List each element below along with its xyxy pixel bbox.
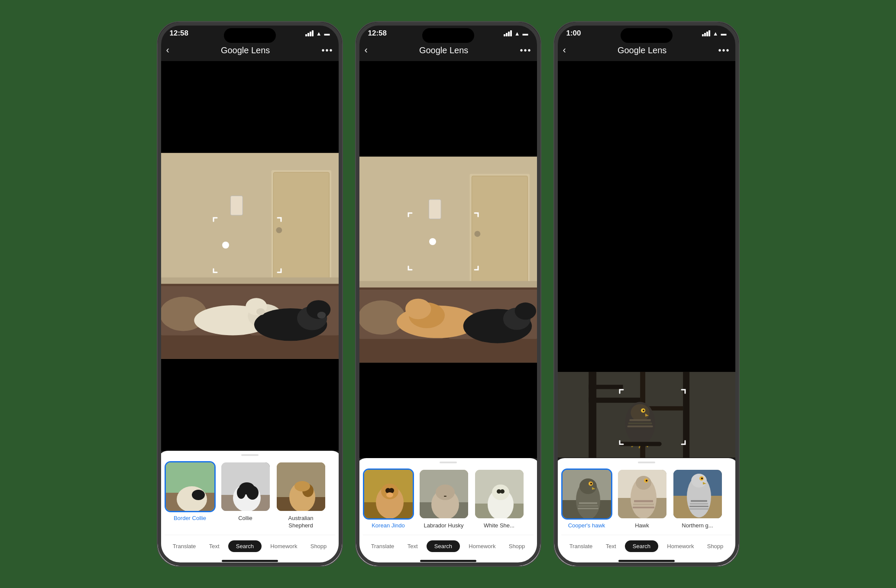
tab-search-1[interactable]: Search [228,540,262,552]
photo-container-3 [554,61,739,458]
signal-icon-1 [305,30,314,36]
svg-point-20 [256,308,265,315]
result-card-1-2[interactable]: White She... [474,468,525,530]
result-label-0-2: AustralianShepherd [275,515,327,530]
back-button-1[interactable]: ‹ [166,45,169,56]
nav-bar-2: ‹ Google Lens ••• [356,41,540,61]
result-card-2-1[interactable]: Hawk [617,468,668,530]
tab-homework-label-3: Homework [667,543,694,549]
tab-translate-1[interactable]: Translate [168,541,201,551]
result-img-wrap-0-1 [220,461,271,512]
photo-area-1 [158,61,342,451]
tab-shopping-label-3: Shopp [707,543,724,549]
home-bar-2 [420,560,476,562]
tab-shopping-2[interactable]: Shopp [505,541,530,551]
result-card-2-2[interactable]: Northern g... [672,468,723,530]
tab-translate-label-2: Translate [371,543,395,549]
svg-point-68 [436,485,455,500]
svg-point-104 [590,483,592,485]
tab-shopping-1[interactable]: Shopp [306,541,331,551]
wifi-icon-2: ▲ [514,30,520,37]
svg-rect-80 [589,385,623,389]
result-card-0-0[interactable]: Border Collie [165,461,216,530]
svg-point-56 [514,303,536,320]
svg-point-112 [636,476,651,490]
svg-rect-110 [633,504,654,505]
result-label-2-1: Hawk [617,522,668,530]
status-icons-2: ▲ ▬ [504,30,528,37]
app-title-1: Google Lens [221,45,270,55]
svg-point-64 [386,492,393,498]
results-row-2: Korean Jindo [363,468,534,535]
tab-translate-3[interactable]: Translate [565,541,597,551]
time-1: 12:58 [170,29,188,38]
results-row-3: Cooper's hawk [561,468,732,535]
wifi-icon-1: ▲ [316,30,322,37]
svg-rect-118 [691,500,707,502]
result-card-1-0[interactable]: Korean Jindo [363,468,414,530]
tab-homework-label-2: Homework [469,543,495,549]
tab-search-label-2: Search [434,543,452,549]
tab-search-2[interactable]: Search [427,540,460,552]
svg-point-75 [500,489,505,494]
tab-shopping-3[interactable]: Shopp [703,541,728,551]
selection-overlay-2 [408,212,479,271]
tab-search-label-1: Search [236,543,254,549]
svg-rect-99 [579,502,597,504]
home-bar-1 [222,560,278,562]
tab-text-3[interactable]: Text [602,541,621,551]
tab-text-label-2: Text [408,543,418,549]
tab-homework-1[interactable]: Homework [266,541,301,551]
phone-1: 12:58 ▲ ▬ ‹ Google Lens ••• [157,21,343,567]
svg-point-25 [192,490,205,500]
tab-text-1[interactable]: Text [205,541,224,551]
more-button-1[interactable]: ••• [321,45,333,55]
result-img-wrap-2-0 [561,468,612,520]
wifi-icon-3: ▲ [713,30,718,37]
phone-2: 12:58 ▲ ▬ ‹ Google Lens ••• [355,21,541,567]
result-label-1-0: Korean Jindo [363,522,414,530]
result-img-lab-husky [420,470,468,518]
result-card-2-0[interactable]: Cooper's hawk [561,468,612,530]
tab-translate-2[interactable]: Translate [367,541,399,551]
result-label-2-2: Northern g... [672,522,723,530]
svg-point-122 [691,474,707,488]
svg-rect-111 [633,507,654,508]
dynamic-island-3 [621,28,673,43]
tab-homework-3[interactable]: Homework [663,541,698,551]
result-img-wrap-1-1 [418,468,469,520]
svg-rect-121 [689,508,709,510]
bottom-panel-3: Cooper's hawk [554,458,739,566]
dynamic-island-2 [422,28,474,43]
result-card-0-2[interactable]: AustralianShepherd [275,461,327,530]
tab-search-label-3: Search [633,543,650,549]
tab-homework-2[interactable]: Homework [464,541,500,551]
result-card-1-1[interactable]: Labrador Husky [418,468,469,530]
result-img-northern-g [673,470,722,518]
phone-3: 1:00 ▲ ▬ ‹ Google Lens ••• [553,21,740,567]
result-card-0-1[interactable]: Collie [220,461,271,530]
svg-point-102 [579,478,597,494]
result-label-2-0: Cooper's hawk [561,522,612,530]
app-title-2: Google Lens [419,45,468,55]
app-title-3: Google Lens [618,45,666,55]
result-img-korean-jindo [364,470,413,518]
tab-shopping-label-1: Shopp [311,543,327,549]
drag-handle-1 [241,454,259,456]
back-button-3[interactable]: ‹ [563,45,566,56]
svg-point-21 [222,242,229,249]
more-button-3[interactable]: ••• [718,45,730,55]
tab-text-2[interactable]: Text [403,541,422,551]
svg-point-124 [701,478,703,479]
nav-bar-3: ‹ Google Lens ••• [554,41,739,61]
tab-search-3[interactable]: Search [625,540,658,552]
battery-icon-2: ▬ [523,30,528,37]
status-icons-1: ▲ ▬ [305,30,330,37]
result-img-white-shep [475,470,524,518]
back-button-2[interactable]: ‹ [365,45,368,56]
more-button-2[interactable]: ••• [520,45,531,55]
result-label-1-1: Labrador Husky [418,522,469,530]
result-img-border-collie [166,462,214,511]
home-indicator-3 [561,556,732,566]
result-img-aussie [277,462,325,511]
